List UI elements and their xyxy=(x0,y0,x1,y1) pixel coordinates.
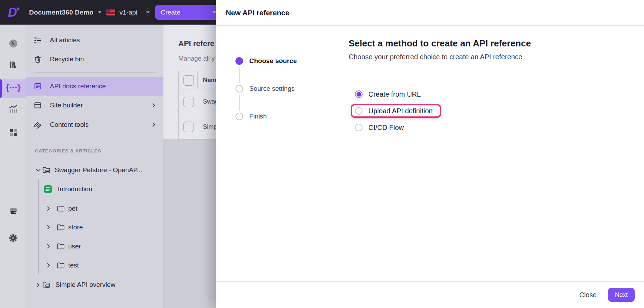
create-button[interactable]: Create xyxy=(155,5,222,20)
sidebar-item-content-tools[interactable]: Content tools xyxy=(26,115,163,134)
api-category-folder-icon xyxy=(42,166,52,174)
step-label: Finish xyxy=(249,113,267,120)
api-category-folder-icon xyxy=(42,281,52,289)
sidebar-item-site-builder[interactable]: Site builder xyxy=(26,96,163,115)
close-button[interactable]: Close xyxy=(579,291,597,299)
drawer-footer: Close Next xyxy=(216,281,644,308)
drive-icon[interactable] xyxy=(0,202,26,220)
tree-item-label: user xyxy=(68,243,81,250)
step-connector xyxy=(239,67,240,83)
select-all-checkbox[interactable] xyxy=(184,75,194,86)
option-label: Create from URL xyxy=(368,90,421,98)
sidebar-divider xyxy=(35,138,155,138)
column-divider xyxy=(197,71,198,89)
option-upload-api-definition[interactable]: Upload API definition xyxy=(349,103,441,119)
method-subheading: Choose your preferred choice to create a… xyxy=(349,53,630,61)
project-name: Document360 Demo xyxy=(29,9,93,16)
tree-item-user[interactable]: user xyxy=(26,237,163,256)
rail-divider xyxy=(5,156,22,156)
step-dot-active xyxy=(235,57,243,65)
api-reference-icon xyxy=(34,82,42,90)
tree-item-label: test xyxy=(68,262,79,269)
icon-rail: {⋯} xyxy=(0,25,26,308)
categories-section-label: CATEGORIES & ARTICLES xyxy=(35,148,101,153)
step-dot-idle xyxy=(235,113,243,120)
chevron-right-icon xyxy=(151,103,156,108)
analytics-icon[interactable] xyxy=(0,100,26,118)
row-checkbox[interactable] xyxy=(184,97,194,107)
page-title: API refere xyxy=(178,39,214,48)
tree-item-label: Simple API overview xyxy=(55,281,115,289)
widgets-icon[interactable] xyxy=(0,123,26,141)
tree-item-label: store xyxy=(68,223,83,231)
documentation-icon[interactable] xyxy=(0,56,26,74)
sidebar-item-label: Content tools xyxy=(50,121,89,129)
sidebar-item-recycle-bin[interactable]: Recycle bin xyxy=(26,50,163,69)
tree-item-test[interactable]: test xyxy=(26,256,163,275)
document360-logo-icon[interactable]: D xyxy=(7,5,21,20)
checklist-icon xyxy=(34,36,42,44)
step-connector xyxy=(239,95,240,111)
tree-item-simple-api-overview[interactable]: Simple API overview xyxy=(26,275,163,294)
chevron-right-icon[interactable] xyxy=(46,263,51,268)
folder-icon xyxy=(57,224,65,231)
tree-item-label: Swagger Petstore - OpenAP... xyxy=(55,166,142,174)
us-flag-icon xyxy=(106,9,115,16)
create-button-label: Create xyxy=(161,9,180,16)
trash-icon xyxy=(34,55,42,63)
tree-item-label: pet xyxy=(68,205,77,212)
sidebar-item-label: All articles xyxy=(50,36,80,44)
sidebar-item-label: API docs reference xyxy=(50,82,106,90)
sidebar-item-label: Recycle bin xyxy=(50,55,84,63)
name-column-header: Nam xyxy=(203,77,216,84)
chevron-right-icon[interactable] xyxy=(35,282,41,288)
row-checkbox[interactable] xyxy=(184,122,194,132)
option-cicd-flow[interactable]: CI/CD Flow xyxy=(349,119,412,136)
sidebar: All articles Recycle bin API docs refere… xyxy=(26,25,163,308)
workspace-switcher[interactable]: v1-api xyxy=(106,0,150,25)
chevron-right-icon[interactable] xyxy=(46,206,51,211)
option-create-from-url[interactable]: Create from URL xyxy=(349,86,429,103)
sidebar-item-api-docs-reference[interactable]: API docs reference xyxy=(26,77,163,96)
chevron-down-icon xyxy=(98,11,101,14)
step-label: Source settings xyxy=(249,85,295,93)
chevron-right-icon xyxy=(151,122,156,127)
tree-item-swagger-petstore[interactable]: Swagger Petstore - OpenAP... xyxy=(26,161,163,179)
radio-unselected[interactable] xyxy=(355,107,363,115)
window-icon xyxy=(34,101,42,109)
tree-item-label: Introduction xyxy=(58,185,92,193)
tree-item-pet[interactable]: pet xyxy=(26,199,163,218)
folder-icon xyxy=(57,205,65,212)
chevron-down-icon[interactable] xyxy=(35,167,41,173)
chevron-right-icon[interactable] xyxy=(46,225,51,230)
settings-gear-icon[interactable] xyxy=(0,229,26,247)
radio-selected[interactable] xyxy=(355,90,363,98)
wizard-content: Select a method to create an API referen… xyxy=(335,26,644,281)
folder-icon xyxy=(57,262,65,269)
tree-item-store[interactable]: store xyxy=(26,218,163,237)
dashboard-icon[interactable] xyxy=(0,34,26,52)
api-docs-icon[interactable]: {⋯} xyxy=(0,78,26,96)
option-label: CI/CD Flow xyxy=(368,124,404,132)
tools-icon xyxy=(34,121,42,129)
drawer-header: New API reference xyxy=(216,0,644,26)
sidebar-item-all-articles[interactable]: All articles xyxy=(26,31,163,50)
folder-icon xyxy=(57,243,65,250)
tree-item-introduction[interactable]: Introduction xyxy=(26,180,163,199)
wizard-stepper: Choose source Source settings Finish xyxy=(216,26,335,281)
article-icon xyxy=(44,185,52,193)
drawer-title: New API reference xyxy=(226,9,289,17)
method-heading: Select a method to create an API referen… xyxy=(349,38,630,49)
project-switcher[interactable]: Document360 Demo xyxy=(29,0,101,25)
new-api-reference-drawer: New API reference Choose source Source s… xyxy=(216,0,644,308)
page-subtitle: Manage all y xyxy=(178,55,215,62)
row-name: Simp xyxy=(203,123,217,131)
next-button[interactable]: Next xyxy=(608,288,635,302)
chevron-right-icon[interactable] xyxy=(46,244,51,249)
step-dot-idle xyxy=(235,85,243,93)
workspace-name: v1-api xyxy=(119,9,137,16)
radio-unselected[interactable] xyxy=(355,124,363,131)
sidebar-item-label: Site builder xyxy=(50,102,83,109)
method-options: Create from URL Upload API definition CI… xyxy=(349,86,630,136)
topbar-divider xyxy=(147,7,148,17)
